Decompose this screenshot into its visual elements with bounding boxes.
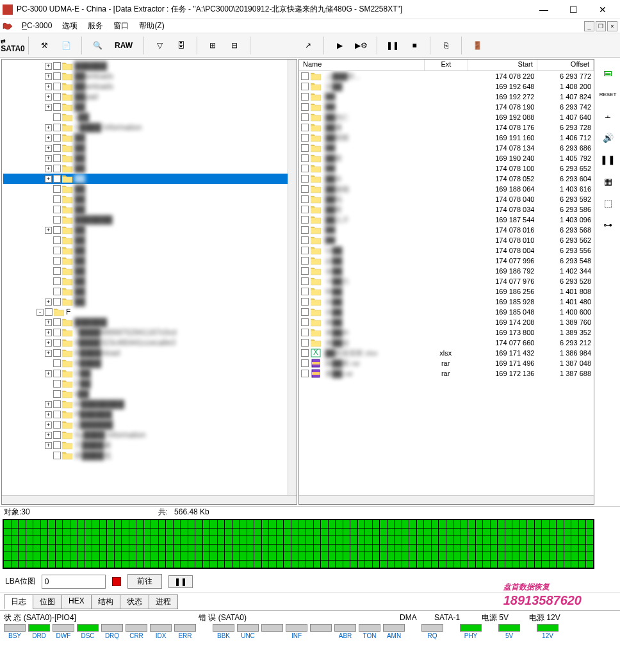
tree-row[interactable]: ██ bbox=[3, 194, 295, 204]
tab-状态[interactable]: 状态 bbox=[120, 594, 149, 609]
tree-row[interactable]: ██ bbox=[3, 276, 295, 286]
checkbox[interactable] bbox=[301, 226, 309, 234]
tree-row[interactable]: +██ bbox=[3, 174, 295, 184]
list-row[interactable]: 珍██174 078 0046 293 556 bbox=[299, 245, 594, 256]
tree-scrollbar-h[interactable] bbox=[2, 495, 297, 504]
list-row[interactable]: 卡██力174 077 9766 293 528 bbox=[299, 276, 594, 286]
tree-row[interactable]: ██ bbox=[3, 286, 295, 297]
checkbox[interactable] bbox=[301, 83, 309, 90]
pause-button[interactable]: ❚❚ bbox=[384, 37, 402, 54]
tree-row[interactable]: +██████ bbox=[3, 317, 295, 327]
expander-icon[interactable]: + bbox=[45, 411, 52, 418]
copy-button[interactable]: ⎘ bbox=[437, 37, 455, 54]
tree-row[interactable]: +██ bbox=[3, 225, 295, 235]
checkbox[interactable] bbox=[301, 298, 309, 306]
list-row[interactable]: 高██169 185 0481 400 600 bbox=[299, 307, 594, 317]
list-row[interactable]: ██174 078 1006 293 652 bbox=[299, 163, 594, 174]
checkbox[interactable] bbox=[301, 206, 309, 213]
play-options-button[interactable]: ▶⚙ bbox=[352, 37, 370, 54]
expander-icon[interactable]: + bbox=[45, 370, 52, 377]
checkbox[interactable] bbox=[53, 154, 61, 162]
list-row[interactable]: 赵██174 077 9966 293 548 bbox=[299, 256, 594, 266]
expander-icon[interactable]: + bbox=[45, 227, 52, 234]
checkbox[interactable] bbox=[45, 308, 53, 316]
tree-row[interactable]: +██ bbox=[3, 143, 295, 153]
list-row[interactable]: 上███研...174 078 2206 293 772 bbox=[299, 71, 594, 81]
expander-icon[interactable]: + bbox=[45, 155, 52, 162]
checkbox[interactable] bbox=[53, 185, 61, 193]
expander-icon[interactable]: + bbox=[45, 83, 52, 90]
expander-icon[interactable]: + bbox=[45, 340, 52, 347]
checkbox[interactable] bbox=[53, 144, 61, 152]
pause-icon[interactable]: ❚❚ bbox=[599, 151, 617, 168]
tree-row[interactable]: +Sy████ Information bbox=[3, 430, 295, 440]
disk-icon[interactable]: 🖴 bbox=[599, 64, 617, 81]
folder-tree[interactable]: +██████+██wnloads+██wnloads+██pad+██s██+… bbox=[2, 60, 297, 495]
checkbox[interactable] bbox=[53, 175, 61, 183]
close-button[interactable]: ✕ bbox=[588, 0, 617, 19]
list-row[interactable]: ██明斯169 191 1601 406 712 bbox=[299, 133, 594, 143]
tree-row[interactable]: +8████323c460441cceca8e3 bbox=[3, 338, 295, 348]
tree-row[interactable]: D██ bbox=[3, 379, 295, 389]
mdi-restore-button[interactable]: ❐ bbox=[596, 21, 606, 31]
expander-icon[interactable]: + bbox=[45, 350, 52, 357]
search-button[interactable]: 🔍 bbox=[88, 37, 106, 54]
expander-icon[interactable]: + bbox=[45, 176, 52, 183]
checkbox[interactable] bbox=[53, 277, 61, 285]
checkbox[interactable] bbox=[301, 93, 309, 101]
checkbox[interactable] bbox=[53, 349, 61, 357]
col-start[interactable]: Start bbox=[468, 60, 537, 70]
expander-icon[interactable]: + bbox=[45, 329, 52, 336]
tree-collapse-button[interactable]: ⊟ bbox=[225, 37, 243, 54]
checkbox[interactable] bbox=[53, 298, 61, 306]
checkbox[interactable] bbox=[301, 257, 309, 265]
plug-icon[interactable]: ⊶ bbox=[599, 217, 617, 233]
tree-row[interactable]: ██ bbox=[3, 245, 295, 256]
checkbox[interactable] bbox=[53, 400, 61, 408]
checkbox[interactable] bbox=[53, 206, 61, 213]
tree-row[interactable]: +P██████ bbox=[3, 409, 295, 420]
checkbox[interactable] bbox=[53, 288, 61, 295]
play-button[interactable]: ▶ bbox=[330, 37, 348, 54]
tree-row[interactable]: ██ bbox=[3, 266, 295, 276]
expander-icon[interactable]: + bbox=[45, 299, 52, 306]
tree-expand-button[interactable]: ⊞ bbox=[204, 37, 222, 54]
checkbox[interactable] bbox=[53, 83, 61, 90]
filter-button[interactable]: ▽ bbox=[151, 37, 168, 54]
checkbox[interactable] bbox=[53, 441, 61, 449]
menu-2[interactable]: 服务 bbox=[83, 20, 108, 31]
list-header[interactable]: Name Ext Start Offset bbox=[299, 60, 594, 71]
checkbox[interactable] bbox=[53, 267, 61, 275]
expander-icon[interactable]: + bbox=[45, 319, 52, 326]
checkbox[interactable] bbox=[301, 267, 309, 275]
checkbox[interactable] bbox=[53, 93, 61, 101]
checkbox[interactable] bbox=[301, 103, 309, 111]
list-row[interactable]: ██174 078 0166 293 568 bbox=[299, 225, 594, 235]
lba-bitmap[interactable] bbox=[3, 519, 594, 569]
checkbox[interactable] bbox=[53, 257, 61, 265]
checkbox[interactable] bbox=[301, 288, 309, 295]
layers-icon[interactable]: ⬚ bbox=[599, 195, 617, 211]
expander-icon[interactable]: + bbox=[45, 124, 52, 131]
list-row[interactable]: ██斯174 078 0346 293 586 bbox=[299, 204, 594, 215]
stop-button[interactable]: ■ bbox=[405, 37, 423, 54]
expander-icon[interactable]: + bbox=[45, 63, 52, 70]
checkbox[interactable] bbox=[53, 339, 61, 347]
tree-row[interactable]: ██ bbox=[3, 256, 295, 266]
checkbox[interactable] bbox=[53, 113, 61, 121]
checkbox[interactable] bbox=[301, 370, 309, 377]
checkbox[interactable] bbox=[301, 154, 309, 162]
checkbox[interactable] bbox=[301, 134, 309, 142]
tree-row[interactable]: +Q██████ bbox=[3, 420, 295, 430]
checkbox[interactable] bbox=[53, 370, 61, 377]
checkbox[interactable] bbox=[301, 339, 309, 347]
tree-row[interactable]: B████ bbox=[3, 358, 295, 368]
expander-icon[interactable]: + bbox=[45, 94, 52, 101]
expander-icon[interactable]: + bbox=[45, 104, 52, 111]
checkbox[interactable] bbox=[301, 216, 309, 224]
checkbox[interactable] bbox=[53, 380, 61, 388]
expander-icon[interactable]: + bbox=[45, 432, 52, 439]
list-scrollbar-h[interactable] bbox=[299, 495, 594, 504]
list-row[interactable]: ██丰174 078 0526 293 604 bbox=[299, 174, 594, 184]
list-row[interactable]: 黄██169 174 2081 389 760 bbox=[299, 317, 594, 327]
